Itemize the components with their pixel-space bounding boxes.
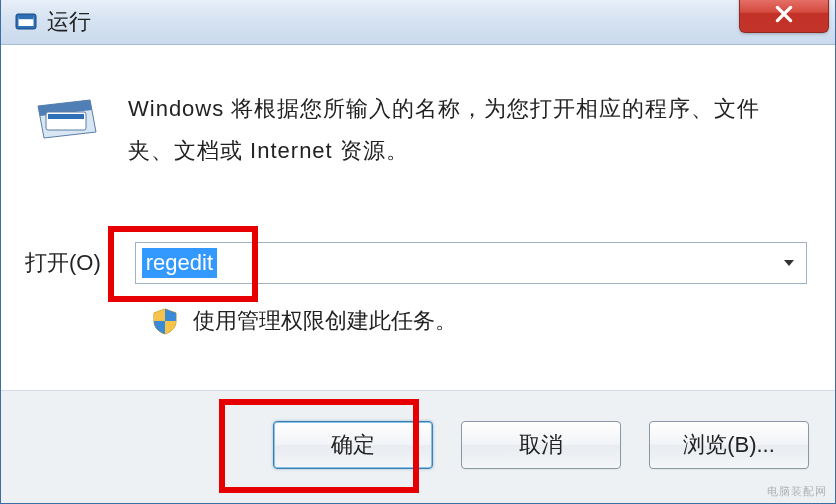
run-title-icon <box>15 11 37 33</box>
svg-rect-2 <box>19 17 34 19</box>
browse-button[interactable]: 浏览(B)... <box>649 421 809 469</box>
uac-shield-icon <box>151 307 179 335</box>
titlebar[interactable]: 运行 <box>1 0 835 45</box>
window-title: 运行 <box>47 7 91 37</box>
run-icon <box>36 94 104 144</box>
dialog-body: Windows 将根据您所输入的名称，为您打开相应的程序、文件夹、文档或 Int… <box>1 44 835 503</box>
open-label: 打开(O)： <box>25 248 123 278</box>
open-value: regedit <box>142 248 217 278</box>
close-button[interactable] <box>739 0 829 33</box>
open-combobox[interactable]: regedit <box>135 242 807 284</box>
svg-rect-4 <box>48 114 84 119</box>
run-dialog-window: 运行 Windows 将根据您所输入的名称，为您打开相应的程序、文件夹、文档或 … <box>0 0 836 504</box>
cancel-button[interactable]: 取消 <box>461 421 621 469</box>
admin-note: 使用管理权限创建此任务。 <box>193 306 457 336</box>
description-text: Windows 将根据您所输入的名称，为您打开相应的程序、文件夹、文档或 Int… <box>128 88 805 172</box>
watermark: 电脑装配网 <box>767 484 827 499</box>
ok-button[interactable]: 确定 <box>273 421 433 469</box>
button-bar: 确定 取消 浏览(B)... 电脑装配网 <box>1 390 835 503</box>
chevron-down-icon[interactable] <box>782 250 796 276</box>
